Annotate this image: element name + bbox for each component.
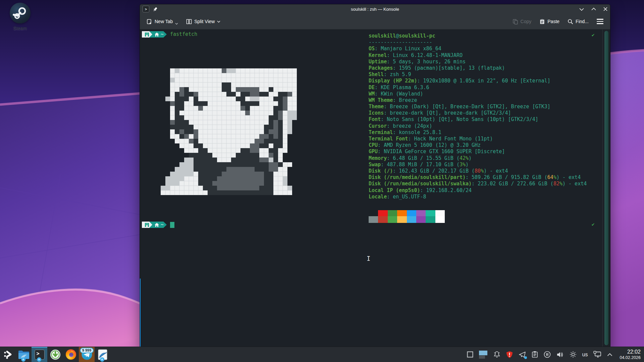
palette-swatch bbox=[369, 216, 378, 223]
palette-swatch bbox=[378, 210, 387, 216]
command-text: fastfetch bbox=[170, 31, 197, 38]
terminal-view[interactable]: ~ fastfetch ✔ soulskill@soulskill-pc----… bbox=[140, 29, 610, 347]
chevron-down-icon bbox=[217, 20, 220, 23]
terminal-output-line: Shell: zsh 5.9 bbox=[369, 71, 587, 78]
telegram-tray-icon[interactable] bbox=[519, 351, 526, 358]
split-view-button[interactable]: Split View bbox=[183, 16, 224, 27]
palette-swatch bbox=[397, 210, 407, 216]
security-alert-shield-icon[interactable] bbox=[506, 351, 513, 358]
clipboard-icon[interactable] bbox=[532, 351, 538, 358]
application-launcher-button[interactable] bbox=[0, 347, 16, 362]
ibeam-mouse-cursor: I bbox=[367, 255, 370, 262]
palette-swatch bbox=[407, 210, 416, 216]
minimize-button[interactable] bbox=[579, 8, 584, 11]
split-view-icon bbox=[186, 19, 192, 24]
terminal-output-line: Theme: Breeze (Dark) [Qt], Breeze-Dark [… bbox=[369, 104, 587, 110]
paste-button[interactable]: Paste bbox=[536, 16, 563, 27]
volume-icon[interactable] bbox=[556, 351, 564, 358]
fastfetch-output: soulskill@soulskill-pc------------------… bbox=[369, 33, 587, 200]
running-badge: + bbox=[37, 357, 41, 362]
konsole-app-icon: > bbox=[143, 6, 149, 12]
keyboard-layout-indicator[interactable]: us bbox=[582, 352, 588, 358]
steam-desktop-icon[interactable]: Steam bbox=[5, 3, 36, 35]
steam-icon bbox=[10, 3, 31, 23]
exit-status-check-1: ✔ bbox=[592, 32, 594, 38]
plasma-launcher-icon bbox=[3, 350, 13, 360]
new-tab-icon bbox=[147, 19, 152, 24]
terminal-output-line: Cursor: breeze (24px) bbox=[369, 123, 587, 129]
palette-swatch bbox=[388, 210, 397, 216]
new-tab-button[interactable]: New Tab bbox=[143, 16, 181, 27]
palette-swatch bbox=[426, 216, 435, 223]
find-button[interactable]: Find... bbox=[564, 16, 592, 27]
toolbar: New Tab Split View Copy Paste Find... bbox=[140, 14, 610, 29]
terminal-output-line: Disk (/run/media/soulskill/swalka): 223.… bbox=[369, 181, 587, 187]
tray-expander-chevron-up-icon[interactable] bbox=[607, 353, 612, 356]
terminal-output-line: Terminal: konsole 25.8.1 bbox=[369, 129, 587, 136]
terminal-palette-bottom bbox=[369, 216, 445, 223]
scrollbar[interactable] bbox=[602, 29, 610, 347]
konsole-window: > soulskill : zsh — Konsole New Tab Spli… bbox=[140, 4, 610, 348]
running-badge: + bbox=[100, 357, 104, 362]
palette-swatch bbox=[435, 216, 445, 223]
clock-time: 22:02 bbox=[620, 349, 641, 355]
update-download-icon bbox=[50, 349, 61, 360]
network-icon[interactable] bbox=[593, 351, 601, 358]
titlebar[interactable]: > soulskill : zsh — Konsole bbox=[140, 4, 610, 14]
show-desktop-icon[interactable] bbox=[467, 351, 473, 358]
palette-swatch bbox=[416, 210, 426, 216]
exit-status-check-2: ✔ bbox=[592, 221, 594, 228]
terminal-output-line: WM: KWin (Wayland) bbox=[369, 91, 587, 97]
terminal-output-line: Memory: 6.48 GiB / 15.55 GiB (42%) bbox=[369, 155, 587, 162]
palette-swatch bbox=[416, 216, 426, 223]
copy-button[interactable]: Copy bbox=[509, 16, 535, 27]
virtual-desktop-pager[interactable] bbox=[479, 350, 488, 359]
notifications-bell-icon[interactable] bbox=[493, 351, 500, 358]
terminal-output-line: Disk (/): 162.43 GiB / 202.17 GiB (80%) … bbox=[369, 168, 587, 174]
palette-swatch bbox=[426, 210, 435, 216]
close-button[interactable] bbox=[603, 7, 607, 11]
palette-swatch bbox=[369, 210, 378, 216]
home-icon bbox=[155, 223, 159, 227]
palette-swatch bbox=[407, 216, 416, 223]
palette-swatch bbox=[388, 216, 397, 223]
home-icon bbox=[155, 33, 159, 37]
terminal-output-line: Packages: 1595 (pacman)[stable], 13 (fla… bbox=[369, 65, 587, 71]
digital-clock[interactable]: 22:02 04.02.2026 bbox=[620, 349, 641, 360]
prompt-line-2: ~ bbox=[142, 222, 174, 228]
terminal-output-line: Swap: 487.88 MiB / 17.10 GiB (3%) bbox=[369, 162, 587, 168]
running-badge: + bbox=[21, 357, 25, 362]
scrollbar-handle[interactable] bbox=[604, 31, 608, 345]
terminal-output-line: DE: KDE Plasma 6.3.6 bbox=[369, 84, 587, 91]
terminal-cursor bbox=[170, 222, 174, 228]
terminal-output-line: CPU: AMD Ryzen 5 1600 (12) @ 3.20 GHz bbox=[369, 142, 587, 148]
terminal-output-line: Local IP (enp5s0): 192.168.2.60/24 bbox=[369, 187, 587, 194]
task-dolphin[interactable]: + bbox=[16, 347, 32, 362]
task-telegram[interactable]: 9 999 bbox=[79, 347, 95, 362]
menu-button[interactable] bbox=[593, 17, 607, 26]
telegram-notification-dot bbox=[524, 356, 527, 359]
terminal-output-line: Display (HP 22m): 644x362 @ 1.05x in 2… bbox=[369, 78, 587, 84]
chevron-down-icon bbox=[175, 23, 178, 25]
terminal-output-line: Uptime: 5 days, 3 hours, 26 mins bbox=[369, 59, 587, 65]
maximize-button[interactable] bbox=[591, 8, 596, 11]
pin-icon[interactable] bbox=[153, 7, 158, 12]
manjaro-icon bbox=[145, 223, 149, 227]
task-firefox[interactable] bbox=[63, 347, 79, 362]
brightness-icon[interactable] bbox=[570, 351, 577, 358]
terminal-output-line: --------------------- bbox=[369, 39, 587, 46]
system-tray: us 22:02 04.02.2026 bbox=[467, 347, 644, 362]
task-konsole-active[interactable]: > + bbox=[32, 347, 47, 362]
copy-icon bbox=[513, 19, 518, 24]
task-updates[interactable] bbox=[47, 347, 63, 362]
telegram-unread-badge: 9 999 bbox=[80, 348, 94, 353]
terminal-output-line: Disk (/run/media/soulskill/part): 589.26… bbox=[369, 174, 587, 181]
search-icon bbox=[568, 19, 573, 24]
task-editor[interactable]: + bbox=[95, 347, 110, 362]
terminal-output-line: Icons: breeze-dark [Qt], breeze-dark [GT… bbox=[369, 110, 587, 116]
media-pause-icon[interactable] bbox=[544, 351, 551, 358]
terminal-palette-top bbox=[369, 210, 445, 216]
palette-swatch bbox=[397, 216, 407, 223]
terminal-output-line: Locale: en_US.UTF-8 bbox=[369, 194, 587, 200]
prompt-line-1: ~ fastfetch bbox=[142, 31, 197, 38]
